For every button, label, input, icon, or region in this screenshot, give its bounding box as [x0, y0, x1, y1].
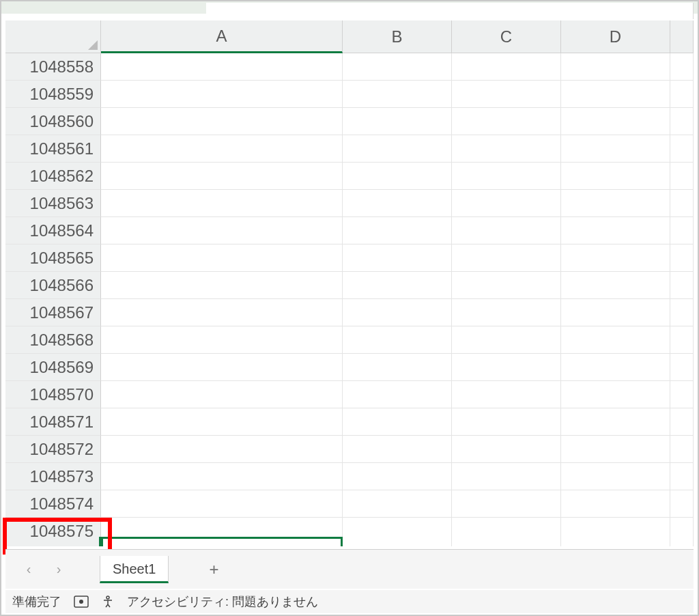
sheet-tab[interactable]: Sheet1: [100, 556, 169, 583]
cell[interactable]: [452, 108, 561, 135]
row-header[interactable]: 1048573: [5, 463, 101, 490]
cell[interactable]: [561, 518, 670, 537]
row-header[interactable]: 1048572: [5, 436, 101, 463]
column-header-b[interactable]: B: [343, 20, 452, 53]
cell[interactable]: [452, 463, 561, 490]
cell[interactable]: [343, 272, 452, 299]
row-header[interactable]: 1048562: [5, 163, 101, 190]
row-header[interactable]: 1048568: [5, 326, 101, 354]
macro-record-icon[interactable]: [74, 596, 89, 608]
column-header-d[interactable]: D: [561, 20, 670, 53]
cell[interactable]: [101, 190, 343, 217]
row-header[interactable]: 1048574: [5, 490, 101, 518]
cell[interactable]: [101, 81, 343, 108]
cell[interactable]: [343, 81, 452, 108]
cell[interactable]: [101, 217, 343, 244]
cell[interactable]: [452, 272, 561, 299]
cell[interactable]: [343, 436, 452, 463]
cell[interactable]: [561, 190, 670, 217]
cell[interactable]: [343, 463, 452, 490]
cell[interactable]: [452, 537, 561, 546]
select-all-corner[interactable]: [5, 20, 101, 53]
cell[interactable]: [670, 163, 694, 190]
cell[interactable]: [561, 408, 670, 436]
row-header[interactable]: 1048561: [5, 135, 101, 163]
cell[interactable]: [561, 354, 670, 381]
cell[interactable]: [101, 135, 343, 163]
row-header[interactable]: 1048569: [5, 354, 101, 381]
column-header-a[interactable]: A: [101, 20, 343, 53]
cell[interactable]: [561, 81, 670, 108]
cell[interactable]: [670, 490, 694, 518]
cell[interactable]: [452, 518, 561, 537]
cell[interactable]: [561, 135, 670, 163]
row-header[interactable]: 1048571: [5, 408, 101, 436]
cell[interactable]: [452, 326, 561, 354]
cell[interactable]: [452, 436, 561, 463]
cell[interactable]: [670, 272, 694, 299]
cell[interactable]: [452, 244, 561, 272]
cell[interactable]: [670, 217, 694, 244]
add-sheet-button[interactable]: +: [200, 556, 227, 583]
cell[interactable]: [561, 381, 670, 408]
cell[interactable]: [452, 381, 561, 408]
cell[interactable]: [670, 436, 694, 463]
column-header-e-partial[interactable]: [670, 20, 694, 53]
cell[interactable]: [343, 244, 452, 272]
cell[interactable]: [101, 518, 343, 537]
cell[interactable]: [452, 81, 561, 108]
cell[interactable]: [561, 272, 670, 299]
cell[interactable]: [670, 518, 694, 537]
cell[interactable]: [452, 53, 561, 81]
cell[interactable]: [452, 490, 561, 518]
cell[interactable]: [101, 326, 343, 354]
cell[interactable]: [101, 490, 343, 518]
cell[interactable]: [670, 53, 694, 81]
cell[interactable]: [670, 190, 694, 217]
cell[interactable]: [343, 108, 452, 135]
cell[interactable]: [670, 537, 694, 546]
cell[interactable]: [101, 108, 343, 135]
cell[interactable]: [452, 217, 561, 244]
cell[interactable]: [561, 490, 670, 518]
cell[interactable]: [561, 244, 670, 272]
cell[interactable]: [561, 299, 670, 326]
cell[interactable]: [452, 408, 561, 436]
prev-sheet-button[interactable]: ‹: [19, 560, 38, 579]
cell[interactable]: [343, 217, 452, 244]
cell[interactable]: [452, 135, 561, 163]
row-header[interactable]: 1048560: [5, 108, 101, 135]
cell[interactable]: [670, 463, 694, 490]
cell[interactable]: [670, 81, 694, 108]
cell[interactable]: [101, 381, 343, 408]
accessibility-icon[interactable]: [101, 595, 115, 608]
cell[interactable]: [670, 244, 694, 272]
next-sheet-button[interactable]: ›: [49, 560, 68, 579]
cell[interactable]: [670, 135, 694, 163]
cell[interactable]: [101, 436, 343, 463]
row-header[interactable]: 1048565: [5, 244, 101, 272]
cell[interactable]: [452, 190, 561, 217]
cell[interactable]: [670, 354, 694, 381]
cell[interactable]: [452, 299, 561, 326]
cell[interactable]: [343, 299, 452, 326]
cell[interactable]: [101, 244, 343, 272]
cell[interactable]: [101, 463, 343, 490]
cell[interactable]: [101, 299, 343, 326]
cell[interactable]: [452, 163, 561, 190]
cell[interactable]: [670, 408, 694, 436]
cell[interactable]: [343, 163, 452, 190]
cell[interactable]: [343, 381, 452, 408]
cell[interactable]: [561, 537, 670, 546]
row-header[interactable]: 1048576: [5, 537, 101, 546]
formula-bar[interactable]: [206, 3, 694, 19]
column-header-c[interactable]: C: [452, 20, 561, 53]
cell[interactable]: [561, 108, 670, 135]
cell[interactable]: [343, 326, 452, 354]
cell[interactable]: [343, 537, 452, 546]
cell[interactable]: [101, 272, 343, 299]
row-header[interactable]: 1048564: [5, 217, 101, 244]
cell[interactable]: [670, 326, 694, 354]
cell[interactable]: [670, 108, 694, 135]
cell[interactable]: [670, 299, 694, 326]
